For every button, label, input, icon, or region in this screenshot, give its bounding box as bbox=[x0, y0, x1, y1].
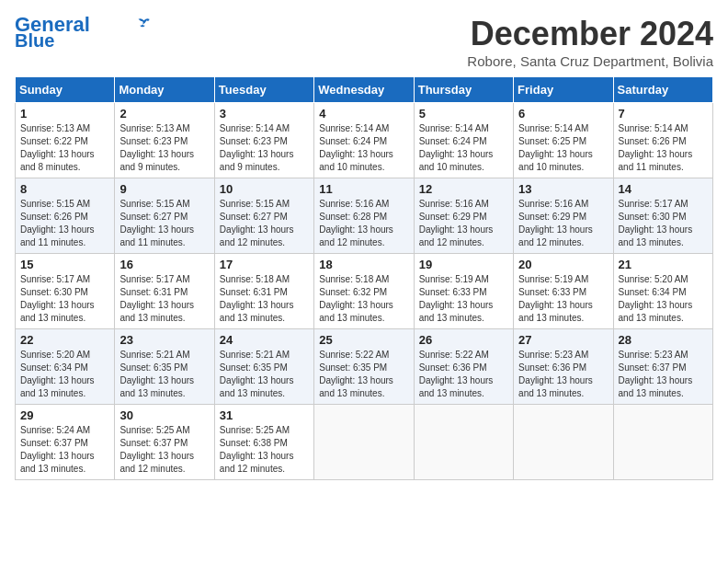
day-number: 22 bbox=[20, 333, 109, 347]
day-info: Sunrise: 5:20 AM Sunset: 6:34 PM Dayligh… bbox=[20, 349, 109, 400]
day-number: 29 bbox=[20, 408, 109, 422]
calendar-cell bbox=[314, 405, 414, 480]
calendar-cell: 9Sunrise: 5:15 AM Sunset: 6:27 PM Daylig… bbox=[115, 178, 214, 254]
day-number: 14 bbox=[619, 182, 708, 196]
weekday-header-monday: Monday bbox=[115, 77, 214, 103]
weekday-header-saturday: Saturday bbox=[613, 77, 712, 103]
sub-title: Robore, Santa Cruz Department, Bolivia bbox=[467, 53, 713, 69]
calendar-cell: 29Sunrise: 5:24 AM Sunset: 6:37 PM Dayli… bbox=[16, 405, 115, 480]
day-info: Sunrise: 5:17 AM Sunset: 6:30 PM Dayligh… bbox=[20, 273, 109, 325]
day-info: Sunrise: 5:21 AM Sunset: 6:35 PM Dayligh… bbox=[119, 349, 209, 400]
calendar-cell: 5Sunrise: 5:14 AM Sunset: 6:24 PM Daylig… bbox=[414, 103, 513, 178]
calendar-week-2: 15Sunrise: 5:17 AM Sunset: 6:30 PM Dayli… bbox=[16, 254, 713, 329]
calendar-cell: 24Sunrise: 5:21 AM Sunset: 6:35 PM Dayli… bbox=[214, 329, 313, 405]
day-number: 7 bbox=[619, 107, 708, 121]
calendar-table: SundayMondayTuesdayWednesdayThursdayFrid… bbox=[15, 76, 713, 480]
calendar-cell: 6Sunrise: 5:14 AM Sunset: 6:25 PM Daylig… bbox=[514, 103, 613, 178]
calendar-cell: 1Sunrise: 5:13 AM Sunset: 6:22 PM Daylig… bbox=[16, 103, 115, 178]
calendar-week-4: 29Sunrise: 5:24 AM Sunset: 6:37 PM Dayli… bbox=[16, 405, 713, 480]
weekday-header-thursday: Thursday bbox=[414, 77, 513, 103]
calendar-cell: 19Sunrise: 5:19 AM Sunset: 6:33 PM Dayli… bbox=[414, 254, 513, 329]
day-number: 18 bbox=[319, 258, 408, 271]
calendar-cell: 7Sunrise: 5:14 AM Sunset: 6:26 PM Daylig… bbox=[613, 103, 712, 178]
day-number: 24 bbox=[220, 333, 309, 347]
calendar-cell: 30Sunrise: 5:25 AM Sunset: 6:37 PM Dayli… bbox=[115, 405, 214, 480]
day-number: 1 bbox=[20, 107, 109, 121]
calendar-week-1: 8Sunrise: 5:15 AM Sunset: 6:26 PM Daylig… bbox=[16, 178, 713, 254]
day-number: 9 bbox=[119, 182, 209, 196]
day-info: Sunrise: 5:20 AM Sunset: 6:34 PM Dayligh… bbox=[619, 273, 708, 325]
day-info: Sunrise: 5:18 AM Sunset: 6:32 PM Dayligh… bbox=[319, 273, 408, 325]
day-info: Sunrise: 5:17 AM Sunset: 6:30 PM Dayligh… bbox=[619, 198, 708, 249]
day-info: Sunrise: 5:23 AM Sunset: 6:37 PM Dayligh… bbox=[619, 349, 708, 400]
calendar-cell: 14Sunrise: 5:17 AM Sunset: 6:30 PM Dayli… bbox=[613, 178, 712, 254]
calendar-cell: 15Sunrise: 5:17 AM Sunset: 6:30 PM Dayli… bbox=[16, 254, 115, 329]
calendar-cell: 27Sunrise: 5:23 AM Sunset: 6:36 PM Dayli… bbox=[514, 329, 613, 405]
calendar-cell: 8Sunrise: 5:15 AM Sunset: 6:26 PM Daylig… bbox=[16, 178, 115, 254]
weekday-header-sunday: Sunday bbox=[16, 77, 115, 103]
calendar-cell: 16Sunrise: 5:17 AM Sunset: 6:31 PM Dayli… bbox=[115, 254, 214, 329]
day-number: 30 bbox=[119, 408, 209, 422]
day-info: Sunrise: 5:15 AM Sunset: 6:26 PM Dayligh… bbox=[20, 198, 109, 249]
day-info: Sunrise: 5:13 AM Sunset: 6:22 PM Dayligh… bbox=[20, 122, 109, 174]
day-info: Sunrise: 5:16 AM Sunset: 6:29 PM Dayligh… bbox=[518, 198, 608, 249]
day-info: Sunrise: 5:21 AM Sunset: 6:35 PM Dayligh… bbox=[220, 349, 309, 400]
weekday-header-tuesday: Tuesday bbox=[214, 77, 313, 103]
day-info: Sunrise: 5:14 AM Sunset: 6:24 PM Dayligh… bbox=[319, 122, 408, 174]
calendar-cell: 13Sunrise: 5:16 AM Sunset: 6:29 PM Dayli… bbox=[514, 178, 613, 254]
day-info: Sunrise: 5:14 AM Sunset: 6:23 PM Dayligh… bbox=[220, 122, 309, 174]
calendar-cell: 21Sunrise: 5:20 AM Sunset: 6:34 PM Dayli… bbox=[613, 254, 712, 329]
day-number: 4 bbox=[319, 107, 408, 121]
day-number: 3 bbox=[220, 107, 309, 121]
day-info: Sunrise: 5:14 AM Sunset: 6:26 PM Dayligh… bbox=[619, 122, 708, 174]
day-number: 16 bbox=[119, 258, 209, 271]
weekday-header-friday: Friday bbox=[514, 77, 613, 103]
calendar-cell: 3Sunrise: 5:14 AM Sunset: 6:23 PM Daylig… bbox=[214, 103, 313, 178]
day-number: 8 bbox=[20, 182, 109, 196]
day-info: Sunrise: 5:25 AM Sunset: 6:38 PM Dayligh… bbox=[220, 424, 309, 476]
day-number: 17 bbox=[220, 258, 309, 271]
day-info: Sunrise: 5:25 AM Sunset: 6:37 PM Dayligh… bbox=[119, 424, 209, 476]
calendar-cell: 22Sunrise: 5:20 AM Sunset: 6:34 PM Dayli… bbox=[16, 329, 115, 405]
day-info: Sunrise: 5:14 AM Sunset: 6:25 PM Dayligh… bbox=[518, 122, 608, 174]
calendar-week-0: 1Sunrise: 5:13 AM Sunset: 6:22 PM Daylig… bbox=[16, 103, 713, 178]
calendar-cell: 25Sunrise: 5:22 AM Sunset: 6:35 PM Dayli… bbox=[314, 329, 414, 405]
logo: General Blue bbox=[15, 15, 151, 50]
calendar-cell: 23Sunrise: 5:21 AM Sunset: 6:35 PM Dayli… bbox=[115, 329, 214, 405]
calendar-cell bbox=[514, 405, 613, 480]
calendar-cell: 17Sunrise: 5:18 AM Sunset: 6:31 PM Dayli… bbox=[214, 254, 313, 329]
day-number: 19 bbox=[419, 258, 508, 271]
day-number: 21 bbox=[619, 258, 708, 271]
day-number: 25 bbox=[319, 333, 408, 347]
logo-bird-icon bbox=[134, 17, 151, 30]
day-number: 20 bbox=[518, 258, 608, 271]
day-number: 11 bbox=[319, 182, 408, 196]
logo-text2: Blue bbox=[15, 31, 54, 50]
calendar-header: SundayMondayTuesdayWednesdayThursdayFrid… bbox=[16, 77, 713, 103]
main-title: December 2024 bbox=[467, 15, 713, 53]
calendar-cell: 31Sunrise: 5:25 AM Sunset: 6:38 PM Dayli… bbox=[214, 405, 313, 480]
day-info: Sunrise: 5:22 AM Sunset: 6:35 PM Dayligh… bbox=[319, 349, 408, 400]
day-info: Sunrise: 5:23 AM Sunset: 6:36 PM Dayligh… bbox=[518, 349, 608, 400]
calendar-week-3: 22Sunrise: 5:20 AM Sunset: 6:34 PM Dayli… bbox=[16, 329, 713, 405]
day-info: Sunrise: 5:24 AM Sunset: 6:37 PM Dayligh… bbox=[20, 424, 109, 476]
header: General Blue December 2024 Robore, Santa… bbox=[15, 15, 713, 69]
calendar-cell: 26Sunrise: 5:22 AM Sunset: 6:36 PM Dayli… bbox=[414, 329, 513, 405]
calendar-cell: 10Sunrise: 5:15 AM Sunset: 6:27 PM Dayli… bbox=[214, 178, 313, 254]
day-number: 27 bbox=[518, 333, 608, 347]
day-info: Sunrise: 5:15 AM Sunset: 6:27 PM Dayligh… bbox=[119, 198, 209, 249]
calendar-cell bbox=[414, 405, 513, 480]
day-number: 5 bbox=[419, 107, 508, 121]
day-number: 31 bbox=[220, 408, 309, 422]
day-info: Sunrise: 5:18 AM Sunset: 6:31 PM Dayligh… bbox=[220, 273, 309, 325]
day-info: Sunrise: 5:16 AM Sunset: 6:29 PM Dayligh… bbox=[419, 198, 508, 249]
calendar-cell: 12Sunrise: 5:16 AM Sunset: 6:29 PM Dayli… bbox=[414, 178, 513, 254]
day-number: 23 bbox=[119, 333, 209, 347]
day-number: 2 bbox=[119, 107, 209, 121]
day-number: 13 bbox=[518, 182, 608, 196]
day-number: 6 bbox=[518, 107, 608, 121]
day-info: Sunrise: 5:15 AM Sunset: 6:27 PM Dayligh… bbox=[220, 198, 309, 249]
day-info: Sunrise: 5:19 AM Sunset: 6:33 PM Dayligh… bbox=[518, 273, 608, 325]
calendar-cell: 4Sunrise: 5:14 AM Sunset: 6:24 PM Daylig… bbox=[314, 103, 414, 178]
title-area: December 2024 Robore, Santa Cruz Departm… bbox=[467, 15, 713, 69]
